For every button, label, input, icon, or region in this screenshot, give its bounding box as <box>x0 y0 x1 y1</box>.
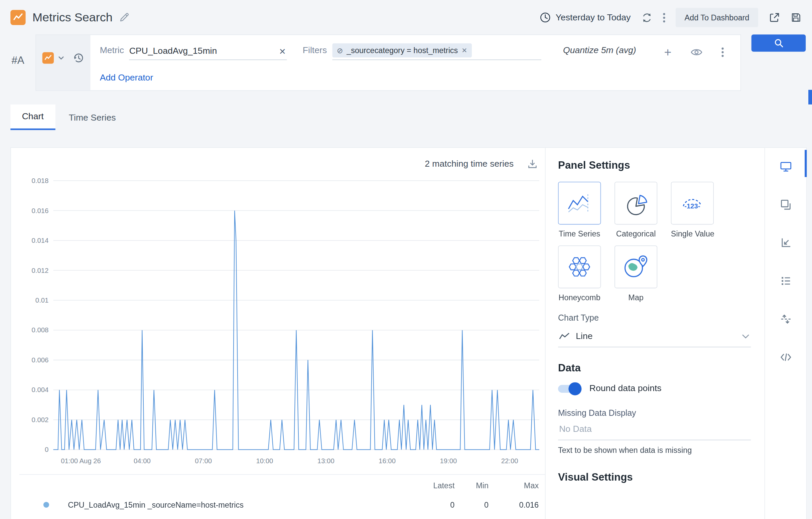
overlay-settings-button[interactable] <box>778 197 793 213</box>
single-value-type-icon: -123- <box>671 182 714 224</box>
svg-text:0.018: 0.018 <box>32 177 49 184</box>
kebab-icon <box>721 48 723 57</box>
tab-time-series[interactable]: Time Series <box>55 106 129 130</box>
axes-settings-button[interactable] <box>778 236 793 251</box>
download-icon <box>527 159 538 169</box>
data-section: Data Round data points Missing Data Disp… <box>558 362 751 455</box>
metric-input[interactable] <box>129 46 278 56</box>
threshold-settings-button[interactable] <box>778 312 793 328</box>
edit-title-button[interactable] <box>119 13 129 23</box>
share-export-icon <box>768 12 780 23</box>
filters-group: Filters ⊘ _sourcecategory = host_metrics… <box>303 43 541 60</box>
save-button[interactable] <box>791 12 802 23</box>
results-panel: 2 matching time series 00.0020.0040.0060… <box>10 147 807 519</box>
svg-text:0.004: 0.004 <box>32 386 49 393</box>
search-icon <box>774 38 784 48</box>
panel-type-honeycomb[interactable]: Honeycomb <box>558 245 601 302</box>
svg-text:0.014: 0.014 <box>32 237 49 244</box>
panel-type-categorical[interactable]: Categorical <box>614 182 657 238</box>
download-chart-button[interactable] <box>527 159 538 169</box>
panel-type-single-value[interactable]: -123- Single Value <box>671 182 714 238</box>
line-chart[interactable]: 00.0020.0040.0060.0080.010.0120.0140.016… <box>19 173 547 473</box>
legend-row[interactable]: CPU_LoadAvg_15min _sourceName=host-metri… <box>19 500 539 509</box>
honeycomb-type-icon <box>558 245 601 288</box>
svg-text:0.002: 0.002 <box>32 416 49 424</box>
add-query-button[interactable]: + <box>664 48 671 57</box>
svg-text:0.008: 0.008 <box>32 326 49 334</box>
scrollbar-thumb[interactable] <box>808 90 812 104</box>
copy-layers-icon <box>779 199 792 211</box>
run-search-button[interactable] <box>752 34 806 52</box>
type-label: Single Value <box>671 229 714 238</box>
metric-input-wrap: ✕ <box>129 46 287 60</box>
panel-settings-title: Panel Settings <box>558 159 751 171</box>
missing-data-help: Text to be shown when data is missing <box>558 446 751 455</box>
metrics-search-app: Metrics Search Yesterday to Today <box>0 0 812 519</box>
query-row-label: #A <box>11 34 35 66</box>
eye-icon <box>690 48 703 56</box>
map-type-icon <box>614 245 657 288</box>
history-icon[interactable] <box>72 52 84 63</box>
panel-type-time-series[interactable]: Time Series <box>558 182 601 238</box>
exclude-icon: ⊘ <box>337 46 343 55</box>
tab-chart[interactable]: Chart <box>10 104 55 130</box>
svg-text:19:00: 19:00 <box>440 457 457 464</box>
code-settings-button[interactable] <box>778 350 793 366</box>
chart-type-select[interactable]: Line <box>558 325 751 347</box>
round-data-toggle[interactable] <box>558 385 580 392</box>
type-label: Time Series <box>558 229 601 238</box>
svg-text:10:00: 10:00 <box>256 457 273 464</box>
metric-clear-icon[interactable]: ✕ <box>278 46 287 56</box>
add-operator-link[interactable]: Add Operator <box>100 72 153 83</box>
clock-icon <box>540 12 551 23</box>
top-bar: Metrics Search Yesterday to Today <box>0 0 812 31</box>
chart-legend: Latest Min Max CPU_LoadAvg_15min _source… <box>19 474 545 509</box>
missing-data-label: Missing Data Display <box>558 408 751 418</box>
panel-type-map[interactable]: Map <box>614 245 657 302</box>
svg-text:22:00: 22:00 <box>501 457 518 464</box>
query-editor: Metric ✕ Filters ⊘ _sourcecategory = hos… <box>91 35 741 91</box>
more-options-button[interactable] <box>663 13 665 22</box>
screen: Metrics Search Yesterday to Today <box>0 0 812 519</box>
series-color-dot <box>44 502 49 508</box>
refresh-button[interactable] <box>641 12 652 23</box>
chart-area: 2 matching time series 00.0020.0040.0060… <box>11 148 546 519</box>
filters-input-area[interactable]: ⊘ _sourcecategory = host_metrics ✕ <box>332 43 541 60</box>
query-row-a: #A Metric <box>11 34 806 91</box>
toggle-knob <box>569 382 581 395</box>
display-settings-button[interactable] <box>778 159 793 175</box>
toggle-visibility-button[interactable] <box>690 48 703 56</box>
svg-text:0.01: 0.01 <box>35 297 49 304</box>
line-type-icon <box>559 333 570 340</box>
type-label: Map <box>614 293 657 302</box>
svg-text:-123-: -123- <box>684 203 700 210</box>
metrics-app-icon <box>10 10 25 25</box>
share-button[interactable] <box>768 12 780 23</box>
add-to-dashboard-button[interactable]: Add To Dashboard <box>676 8 758 27</box>
filter-chip: ⊘ _sourcecategory = host_metrics ✕ <box>332 43 472 57</box>
type-label: Categorical <box>614 229 657 238</box>
query-options-button[interactable] <box>721 48 723 57</box>
svg-text:01:00 Aug 26: 01:00 Aug 26 <box>61 457 101 464</box>
chart-type-section: Chart Type Line <box>558 313 751 347</box>
series-max-value: 0.016 <box>489 500 539 509</box>
filter-chip-remove-icon[interactable]: ✕ <box>461 47 467 54</box>
legend-series: CPU_LoadAvg_15min _sourceName=host-metri… <box>19 500 408 509</box>
legend-col-max: Max <box>489 481 539 490</box>
missing-data-input[interactable] <box>558 418 751 440</box>
filter-chip-label: _sourcecategory = host_metrics <box>347 46 458 55</box>
matching-series-label: 2 matching time series <box>425 159 514 169</box>
line-chart-glyph <box>13 13 23 23</box>
legend-header: Latest Min Max <box>19 481 539 490</box>
top-bar-right: Yesterday to Today Add To Dashboard <box>540 8 802 27</box>
legend-settings-button[interactable] <box>778 274 793 289</box>
metrics-query-icon[interactable] <box>42 52 54 63</box>
monitor-icon <box>779 160 792 173</box>
chevron-down-icon <box>742 334 750 339</box>
query-fields: Metric ✕ Filters ⊘ _sourcecategory = hos… <box>100 43 730 60</box>
svg-text:07:00: 07:00 <box>195 457 212 464</box>
series-latest-value: 0 <box>408 500 455 509</box>
time-series-type-icon <box>558 182 601 224</box>
chevron-down-icon[interactable] <box>58 52 64 63</box>
time-range-picker[interactable]: Yesterday to Today <box>540 12 631 23</box>
